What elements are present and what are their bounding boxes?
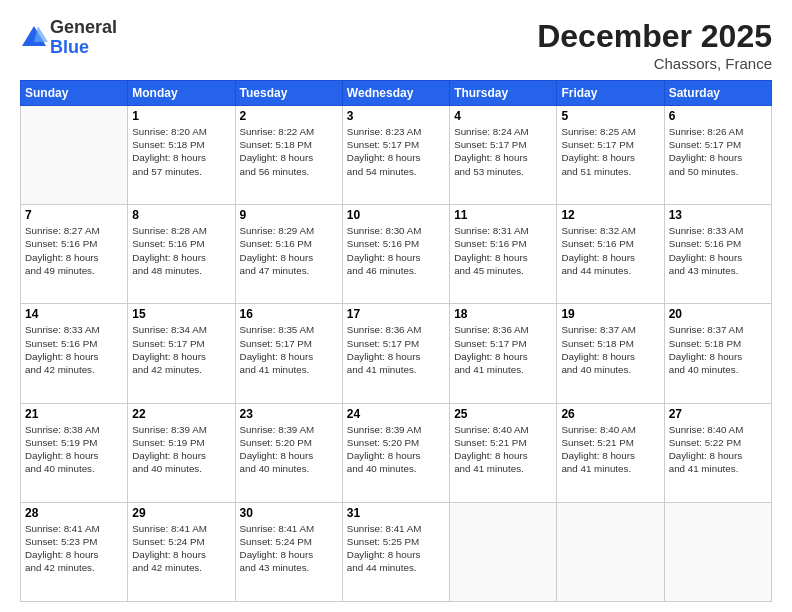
location: Chassors, France [537, 55, 772, 72]
day-info: Sunrise: 8:41 AMSunset: 5:25 PMDaylight:… [347, 522, 445, 575]
day-info: Sunrise: 8:36 AMSunset: 5:17 PMDaylight:… [454, 323, 552, 376]
calendar-cell: 28Sunrise: 8:41 AMSunset: 5:23 PMDayligh… [21, 502, 128, 601]
calendar-week-row: 21Sunrise: 8:38 AMSunset: 5:19 PMDayligh… [21, 403, 772, 502]
day-header-sunday: Sunday [21, 81, 128, 106]
day-header-saturday: Saturday [664, 81, 771, 106]
calendar-cell: 12Sunrise: 8:32 AMSunset: 5:16 PMDayligh… [557, 205, 664, 304]
calendar-cell: 17Sunrise: 8:36 AMSunset: 5:17 PMDayligh… [342, 304, 449, 403]
calendar-cell: 22Sunrise: 8:39 AMSunset: 5:19 PMDayligh… [128, 403, 235, 502]
day-info: Sunrise: 8:39 AMSunset: 5:19 PMDaylight:… [132, 423, 230, 476]
day-number: 9 [240, 208, 338, 222]
calendar-cell: 19Sunrise: 8:37 AMSunset: 5:18 PMDayligh… [557, 304, 664, 403]
day-number: 27 [669, 407, 767, 421]
calendar-cell: 24Sunrise: 8:39 AMSunset: 5:20 PMDayligh… [342, 403, 449, 502]
day-number: 12 [561, 208, 659, 222]
day-info: Sunrise: 8:37 AMSunset: 5:18 PMDaylight:… [669, 323, 767, 376]
day-info: Sunrise: 8:39 AMSunset: 5:20 PMDaylight:… [347, 423, 445, 476]
day-info: Sunrise: 8:38 AMSunset: 5:19 PMDaylight:… [25, 423, 123, 476]
logo-general-text: General [50, 17, 117, 37]
day-info: Sunrise: 8:40 AMSunset: 5:22 PMDaylight:… [669, 423, 767, 476]
day-info: Sunrise: 8:39 AMSunset: 5:20 PMDaylight:… [240, 423, 338, 476]
calendar-cell: 1Sunrise: 8:20 AMSunset: 5:18 PMDaylight… [128, 106, 235, 205]
day-header-monday: Monday [128, 81, 235, 106]
calendar-cell: 23Sunrise: 8:39 AMSunset: 5:20 PMDayligh… [235, 403, 342, 502]
day-info: Sunrise: 8:41 AMSunset: 5:23 PMDaylight:… [25, 522, 123, 575]
day-info: Sunrise: 8:40 AMSunset: 5:21 PMDaylight:… [454, 423, 552, 476]
calendar-cell: 31Sunrise: 8:41 AMSunset: 5:25 PMDayligh… [342, 502, 449, 601]
calendar-cell [21, 106, 128, 205]
header: General Blue December 2025 Chassors, Fra… [20, 18, 772, 72]
day-number: 1 [132, 109, 230, 123]
day-info: Sunrise: 8:30 AMSunset: 5:16 PMDaylight:… [347, 224, 445, 277]
logo: General Blue [20, 18, 117, 58]
day-header-thursday: Thursday [450, 81, 557, 106]
month-title: December 2025 [537, 18, 772, 55]
calendar-cell: 13Sunrise: 8:33 AMSunset: 5:16 PMDayligh… [664, 205, 771, 304]
calendar-cell: 29Sunrise: 8:41 AMSunset: 5:24 PMDayligh… [128, 502, 235, 601]
calendar-cell: 7Sunrise: 8:27 AMSunset: 5:16 PMDaylight… [21, 205, 128, 304]
day-info: Sunrise: 8:40 AMSunset: 5:21 PMDaylight:… [561, 423, 659, 476]
day-number: 21 [25, 407, 123, 421]
calendar-cell: 2Sunrise: 8:22 AMSunset: 5:18 PMDaylight… [235, 106, 342, 205]
day-info: Sunrise: 8:29 AMSunset: 5:16 PMDaylight:… [240, 224, 338, 277]
calendar-table: SundayMondayTuesdayWednesdayThursdayFrid… [20, 80, 772, 602]
calendar-cell: 4Sunrise: 8:24 AMSunset: 5:17 PMDaylight… [450, 106, 557, 205]
day-header-wednesday: Wednesday [342, 81, 449, 106]
day-info: Sunrise: 8:31 AMSunset: 5:16 PMDaylight:… [454, 224, 552, 277]
day-number: 4 [454, 109, 552, 123]
day-number: 29 [132, 506, 230, 520]
day-info: Sunrise: 8:32 AMSunset: 5:16 PMDaylight:… [561, 224, 659, 277]
day-number: 20 [669, 307, 767, 321]
day-info: Sunrise: 8:33 AMSunset: 5:16 PMDaylight:… [25, 323, 123, 376]
day-number: 15 [132, 307, 230, 321]
day-header-friday: Friday [557, 81, 664, 106]
day-header-tuesday: Tuesday [235, 81, 342, 106]
day-number: 11 [454, 208, 552, 222]
calendar-week-row: 1Sunrise: 8:20 AMSunset: 5:18 PMDaylight… [21, 106, 772, 205]
day-info: Sunrise: 8:25 AMSunset: 5:17 PMDaylight:… [561, 125, 659, 178]
day-number: 6 [669, 109, 767, 123]
calendar-cell: 11Sunrise: 8:31 AMSunset: 5:16 PMDayligh… [450, 205, 557, 304]
title-block: December 2025 Chassors, France [537, 18, 772, 72]
day-number: 22 [132, 407, 230, 421]
day-number: 10 [347, 208, 445, 222]
day-info: Sunrise: 8:41 AMSunset: 5:24 PMDaylight:… [240, 522, 338, 575]
day-info: Sunrise: 8:28 AMSunset: 5:16 PMDaylight:… [132, 224, 230, 277]
svg-marker-1 [34, 26, 48, 42]
calendar-cell [557, 502, 664, 601]
day-number: 28 [25, 506, 123, 520]
day-number: 26 [561, 407, 659, 421]
day-info: Sunrise: 8:37 AMSunset: 5:18 PMDaylight:… [561, 323, 659, 376]
day-number: 2 [240, 109, 338, 123]
day-number: 13 [669, 208, 767, 222]
day-info: Sunrise: 8:20 AMSunset: 5:18 PMDaylight:… [132, 125, 230, 178]
day-number: 18 [454, 307, 552, 321]
day-info: Sunrise: 8:22 AMSunset: 5:18 PMDaylight:… [240, 125, 338, 178]
calendar-cell: 3Sunrise: 8:23 AMSunset: 5:17 PMDaylight… [342, 106, 449, 205]
calendar-cell [450, 502, 557, 601]
calendar-week-row: 14Sunrise: 8:33 AMSunset: 5:16 PMDayligh… [21, 304, 772, 403]
page: General Blue December 2025 Chassors, Fra… [0, 0, 792, 612]
day-number: 7 [25, 208, 123, 222]
day-number: 30 [240, 506, 338, 520]
calendar-cell: 20Sunrise: 8:37 AMSunset: 5:18 PMDayligh… [664, 304, 771, 403]
day-number: 3 [347, 109, 445, 123]
day-info: Sunrise: 8:26 AMSunset: 5:17 PMDaylight:… [669, 125, 767, 178]
calendar-week-row: 28Sunrise: 8:41 AMSunset: 5:23 PMDayligh… [21, 502, 772, 601]
calendar-cell: 25Sunrise: 8:40 AMSunset: 5:21 PMDayligh… [450, 403, 557, 502]
calendar-cell: 26Sunrise: 8:40 AMSunset: 5:21 PMDayligh… [557, 403, 664, 502]
day-number: 14 [25, 307, 123, 321]
day-number: 5 [561, 109, 659, 123]
day-info: Sunrise: 8:27 AMSunset: 5:16 PMDaylight:… [25, 224, 123, 277]
calendar-week-row: 7Sunrise: 8:27 AMSunset: 5:16 PMDaylight… [21, 205, 772, 304]
day-number: 16 [240, 307, 338, 321]
calendar-cell: 16Sunrise: 8:35 AMSunset: 5:17 PMDayligh… [235, 304, 342, 403]
day-info: Sunrise: 8:23 AMSunset: 5:17 PMDaylight:… [347, 125, 445, 178]
day-info: Sunrise: 8:33 AMSunset: 5:16 PMDaylight:… [669, 224, 767, 277]
day-number: 23 [240, 407, 338, 421]
calendar-cell: 15Sunrise: 8:34 AMSunset: 5:17 PMDayligh… [128, 304, 235, 403]
day-info: Sunrise: 8:36 AMSunset: 5:17 PMDaylight:… [347, 323, 445, 376]
day-number: 24 [347, 407, 445, 421]
calendar-header-row: SundayMondayTuesdayWednesdayThursdayFrid… [21, 81, 772, 106]
day-number: 8 [132, 208, 230, 222]
